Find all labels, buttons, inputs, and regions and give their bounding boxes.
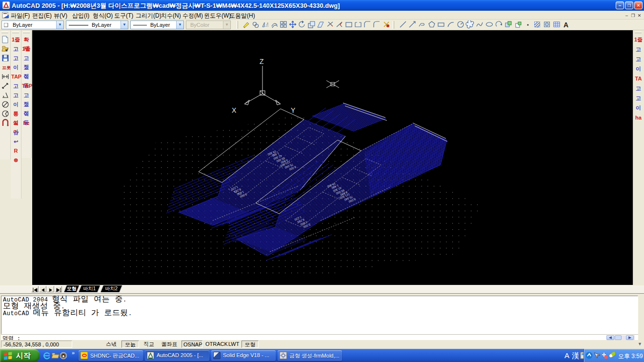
svg-text:Z: Z: [260, 58, 264, 65]
svg-text:프롯: 프롯: [2, 65, 11, 70]
svg-text:Y: Y: [291, 106, 296, 114]
svg-text:X: X: [232, 106, 237, 114]
svg-text:A: A: [564, 21, 568, 29]
